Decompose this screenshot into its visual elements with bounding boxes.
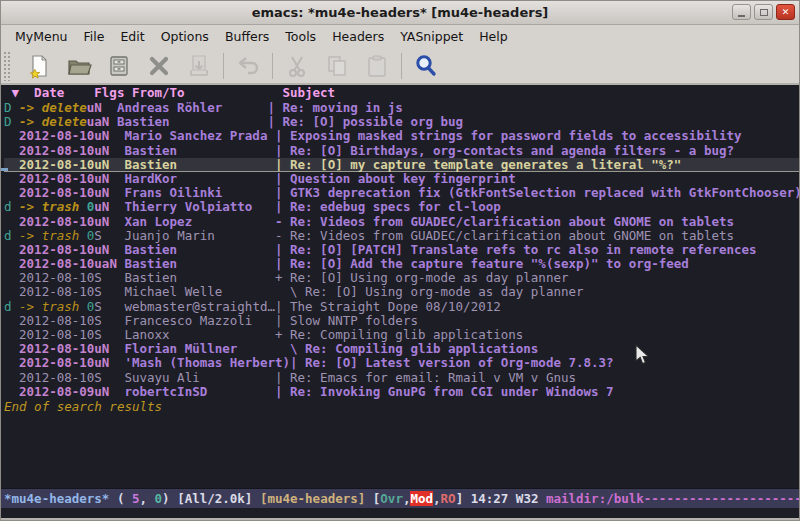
paste-clipboard-icon xyxy=(364,53,390,79)
menu-item-yasnippet[interactable]: YASnippet xyxy=(392,27,471,46)
flags-cell: uN xyxy=(87,100,117,115)
menu-item-mymenu[interactable]: MyMenu xyxy=(7,27,76,46)
mark-char: D xyxy=(4,114,19,129)
mark-target-label: -> trash xyxy=(19,199,79,214)
mark-char xyxy=(4,185,19,200)
copy-button[interactable] xyxy=(317,51,357,81)
close-file-button[interactable] xyxy=(139,51,179,81)
date-cell: 2012-08-10 xyxy=(19,171,94,186)
close-x-icon xyxy=(146,53,172,79)
from-cell: Andreas Röhler xyxy=(117,100,268,115)
table-row[interactable]: d -> trash 0S webmaster@straightd…| The … xyxy=(4,300,799,314)
new-file-button[interactable] xyxy=(19,51,59,81)
date-cell: 2012-08-10 xyxy=(19,284,94,299)
table-row[interactable]: 2012-08-10S Francesco Mazzoli | Slow NNT… xyxy=(4,314,799,328)
mark-char: d xyxy=(4,299,19,314)
open-folder-button[interactable] xyxy=(59,51,99,81)
modeline[interactable]: *mu4e-headers* ( 5, 0) [All/2.0k] [mu4e-… xyxy=(1,488,799,508)
flags-cell: uN xyxy=(94,242,124,257)
from-cell: Florian Müllner xyxy=(124,341,275,356)
flags-cell: S xyxy=(94,313,124,328)
table-row[interactable]: 2012-08-10uN HardKor | Question about ke… xyxy=(4,172,799,186)
menu-item-file[interactable]: File xyxy=(76,27,113,46)
mark-char xyxy=(4,284,19,299)
subject-cell: - Re: Videos from GUADEC/clarification a… xyxy=(275,228,734,243)
mark-char xyxy=(4,313,19,328)
flags-cell: S xyxy=(94,284,124,299)
mark-char xyxy=(4,143,19,158)
mark-char xyxy=(4,157,19,172)
table-row[interactable]: D -> deleteuaN Bastien | Re: [O] possibl… xyxy=(4,115,799,129)
table-row[interactable]: 2012-08-10uaN Bastien | Re: [O] Add the … xyxy=(4,257,799,271)
subject-cell: | Re: [O] possible org bug xyxy=(267,114,463,129)
table-row[interactable]: 2012-08-10S Suvayu Ali | Re: Emacs for e… xyxy=(4,371,799,385)
menu-item-edit[interactable]: Edit xyxy=(112,27,152,46)
table-row[interactable]: 2012-08-09uN robertcInSD | Re: Invoking … xyxy=(4,385,799,399)
titlebar[interactable]: emacs: *mu4e-headers* [mu4e-headers] ✕ xyxy=(1,1,799,25)
copy-icon xyxy=(324,53,350,79)
close-button[interactable]: ✕ xyxy=(776,4,795,20)
mark-target-label: -> delete xyxy=(19,100,87,115)
from-cell: webmaster@straightd… xyxy=(124,299,275,314)
table-row[interactable]: 2012-08-10uN 'Mash (Thomas Herbert)| Re:… xyxy=(4,356,799,370)
table-row[interactable]: 2012-08-10S Bastien + Re: [O] Using org-… xyxy=(4,271,799,285)
date-cell: 2012-08-10 xyxy=(19,327,94,342)
menu-item-options[interactable]: Options xyxy=(153,27,217,46)
modeline-clock: 14:27 xyxy=(471,491,509,506)
mark-char: d xyxy=(4,199,19,214)
flags-cell: uN xyxy=(94,143,124,158)
mouse-cursor xyxy=(635,344,649,365)
table-row[interactable]: 2012-08-10S Michael Welle \ Re: [O] Usin… xyxy=(4,285,799,299)
subject-cell: | Re: Emacs for email: Rmail v VM v Gnus xyxy=(275,370,576,385)
from-cell: Bastien xyxy=(117,114,268,129)
menu-item-help[interactable]: Help xyxy=(471,27,516,46)
flags-cell: uN xyxy=(94,199,124,214)
flags-cell: S xyxy=(94,270,124,285)
flags-cell: uaN xyxy=(94,256,124,271)
save-as-button[interactable] xyxy=(179,51,219,81)
save-button[interactable] xyxy=(99,51,139,81)
undo-button[interactable] xyxy=(228,51,268,81)
open-folder-icon xyxy=(66,53,92,79)
from-cell: Bastien xyxy=(124,242,275,257)
date-cell: 2012-08-10 xyxy=(19,185,94,200)
table-row[interactable]: 2012-08-10S Lanoxx + Re: Compiling glib … xyxy=(4,328,799,342)
table-row[interactable]: 2012-08-10uN Frans Oilinki | GTK3 deprec… xyxy=(4,186,799,200)
undo-icon xyxy=(235,53,261,79)
column-headers[interactable]: ▼ Date Flgs From/To Subject xyxy=(4,85,799,101)
table-row[interactable]: 2012-08-10uN Bastien | Re: [O] [PATCH] T… xyxy=(4,243,799,257)
cut-button[interactable] xyxy=(277,51,317,81)
search-button[interactable] xyxy=(406,51,446,81)
mark-char xyxy=(4,370,19,385)
table-row[interactable]: 2012-08-10uN Bastien | Re: [O] Birthdays… xyxy=(4,144,799,158)
flags-cell: uN xyxy=(94,355,124,370)
date-cell: 2012-08-10 xyxy=(19,270,94,285)
table-row[interactable]: 2012-08-10uN Mario Sanchez Prada | Expos… xyxy=(4,129,799,143)
modeline-text: ) xyxy=(162,491,177,506)
minimize-button[interactable] xyxy=(732,4,751,20)
menu-item-tools[interactable]: Tools xyxy=(277,27,324,46)
flags-cell: uN xyxy=(94,157,124,172)
table-row[interactable]: d -> trash 0uN Thierry Volpiatto | Re: e… xyxy=(4,200,799,214)
date-cell: -> trash 0 xyxy=(19,228,94,243)
modeline-major-mode: [mu4e-headers] xyxy=(260,491,373,506)
table-row[interactable]: 2012-08-10uN Florian Müllner \ Re: Compi… xyxy=(4,342,799,356)
mark-char xyxy=(4,256,19,271)
table-row[interactable]: D -> deleteuN Andreas Röhler | Re: movin… xyxy=(4,101,799,115)
menu-item-headers[interactable]: Headers xyxy=(324,27,392,46)
table-row[interactable]: 2012-08-10uN Xan Lopez - Re: Videos from… xyxy=(4,215,799,229)
modeline-readonly-indicator: RO xyxy=(441,491,456,506)
echo-area[interactable] xyxy=(1,508,799,520)
from-cell: robertcInSD xyxy=(124,384,275,399)
flags-cell: uN xyxy=(94,214,124,229)
maximize-button[interactable] xyxy=(754,4,773,20)
menu-item-buffers[interactable]: Buffers xyxy=(217,27,277,46)
paste-button[interactable] xyxy=(357,51,397,81)
modeline-filler: ----------------------------------------… xyxy=(644,491,799,506)
toolbar-grip-handle[interactable] xyxy=(3,51,11,81)
from-cell: Lanoxx xyxy=(124,327,275,342)
header-list: D -> deleteuN Andreas Röhler | Re: movin… xyxy=(4,101,799,399)
subject-cell: + Re: Compiling glib applications xyxy=(275,327,523,342)
table-row[interactable]: d -> trash 0S Juanjo Marin - Re: Videos … xyxy=(4,229,799,243)
table-row[interactable]: 2012-08-10uN Bastien | Re: [O] my captur… xyxy=(4,158,799,172)
